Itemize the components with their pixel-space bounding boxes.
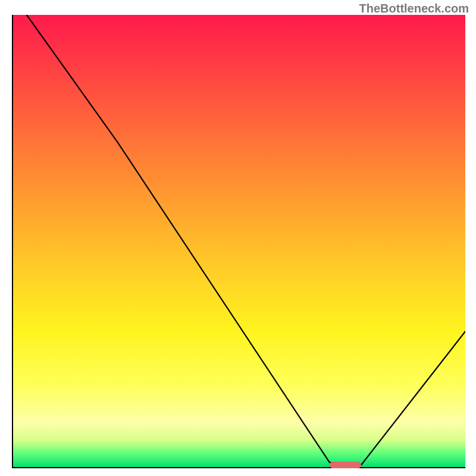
watermark-text: TheBottleneck.com — [359, 2, 469, 15]
bottleneck-curve — [13, 15, 465, 467]
plot-area — [12, 15, 465, 468]
optimum-marker — [330, 462, 361, 468]
